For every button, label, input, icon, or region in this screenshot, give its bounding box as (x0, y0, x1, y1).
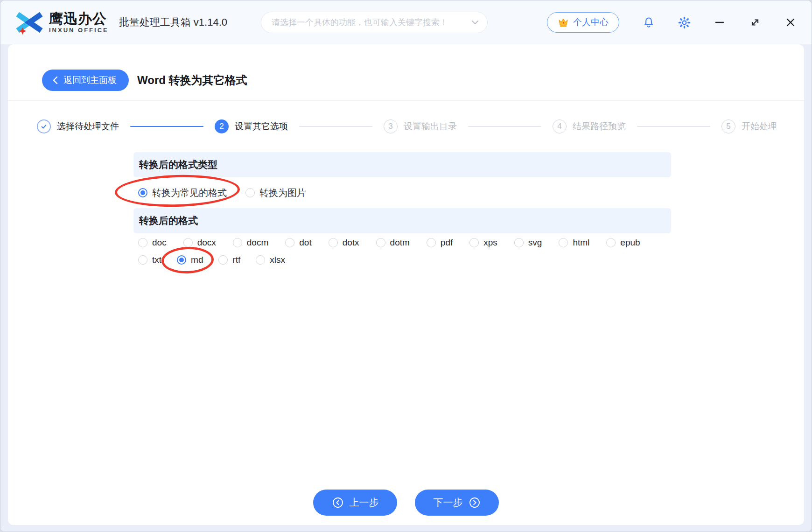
radio-label: rtf (232, 255, 240, 265)
back-to-dashboard-button[interactable]: 返回到主面板 (42, 70, 129, 91)
radio-unselected-icon (218, 255, 228, 265)
content-card: 返回到主面板 Word 转换为其它格式 选择待处理文件 2 设置其它选项 (8, 44, 804, 525)
radio-format-docm[interactable]: docm (233, 238, 268, 248)
radio-label: xps (483, 238, 497, 248)
user-center-label: 个人中心 (573, 16, 609, 28)
chevron-left-icon (52, 76, 58, 84)
radio-format-md[interactable]: md (177, 255, 203, 265)
circle-chevron-right-icon (469, 497, 481, 509)
minimize-icon (715, 18, 724, 27)
radio-format-xps[interactable]: xps (469, 238, 497, 248)
step-number: 3 (384, 119, 398, 133)
search-placeholder: 请选择一个具体的功能，也可输入关键字搜索！ (272, 17, 467, 28)
radio-label: docm (247, 238, 268, 248)
radio-unselected-icon (606, 238, 616, 247)
radio-format-txt[interactable]: txt (138, 255, 161, 265)
maximize-button[interactable] (747, 14, 763, 30)
step-set-options: 2 设置其它选项 (215, 119, 288, 133)
radio-label: txt (152, 255, 161, 265)
step-label: 选择待处理文件 (57, 120, 119, 133)
user-center-button[interactable]: 个人中心 (547, 12, 619, 33)
gear-icon (678, 16, 691, 29)
radio-format-svg[interactable]: svg (514, 238, 542, 248)
step-number: 2 (215, 119, 229, 133)
format-type-options: 转换为常见的格式 转换为图片 (138, 177, 804, 208)
radio-label: md (191, 255, 203, 265)
notifications-button[interactable] (641, 14, 657, 30)
close-icon (786, 18, 795, 27)
function-search-select[interactable]: 请选择一个具体的功能，也可输入关键字搜索！ (261, 12, 488, 33)
brand-name: 鹰迅办公 (49, 11, 109, 26)
close-button[interactable] (783, 14, 798, 30)
radio-common-format[interactable]: 转换为常见的格式 (138, 187, 227, 199)
previous-step-label: 上一步 (350, 496, 379, 509)
step-connector (299, 126, 372, 127)
wizard-steps: 选择待处理文件 2 设置其它选项 3 设置输出目录 4 结果路径预览 (8, 101, 804, 152)
step-done-check-icon (37, 119, 51, 133)
step-select-files: 选择待处理文件 (37, 119, 119, 133)
radio-format-epub[interactable]: epub (606, 238, 640, 248)
step-connector (130, 126, 203, 127)
radio-label: doc (152, 238, 167, 248)
radio-unselected-icon (138, 255, 147, 265)
brand-subtitle: INXUN OFFICE (49, 27, 109, 34)
radio-unselected-icon (285, 238, 294, 247)
radio-unselected-icon (233, 238, 242, 247)
radio-unselected-icon (256, 255, 265, 265)
logo-icon (14, 9, 44, 36)
main-area: 返回到主面板 Word 转换为其它格式 选择待处理文件 2 设置其它选项 (0, 44, 812, 532)
radio-unselected-icon (138, 238, 147, 247)
step-number: 5 (721, 119, 735, 133)
radio-format-dot[interactable]: dot (285, 238, 311, 248)
radio-unselected-icon (376, 238, 385, 247)
radio-format-dotx[interactable]: dotx (329, 238, 359, 248)
format-options-row-2: txt md rtf xlsx (138, 252, 804, 268)
step-label: 开始处理 (742, 120, 777, 133)
app-title: 批量处理工具箱 v1.14.0 (119, 15, 227, 29)
radio-label: 转换为图片 (259, 187, 306, 199)
radio-convert-to-image[interactable]: 转换为图片 (245, 187, 306, 199)
resize-diagonal-icon (750, 17, 760, 28)
settings-button[interactable] (676, 14, 692, 30)
previous-step-button[interactable]: 上一步 (313, 490, 397, 516)
format-options-row-1: doc docx docm dot dotx dotm pdf xps svg … (138, 233, 804, 252)
step-label: 设置输出目录 (404, 120, 457, 133)
next-step-label: 下一步 (434, 496, 463, 509)
back-button-label: 返回到主面板 (63, 74, 117, 86)
radio-format-xlsx[interactable]: xlsx (256, 255, 285, 265)
crown-icon (558, 17, 569, 28)
radio-selected-icon (177, 255, 186, 265)
section-title: 转换后的格式 (139, 214, 198, 227)
radio-label: pdf (441, 238, 453, 248)
radio-format-dotm[interactable]: dotm (376, 238, 410, 248)
next-step-button[interactable]: 下一步 (415, 490, 499, 516)
radio-label: xlsx (270, 255, 285, 265)
radio-unselected-icon (427, 238, 436, 247)
app-window: 鹰迅办公 INXUN OFFICE 批量处理工具箱 v1.14.0 请选择一个具… (0, 0, 812, 532)
radio-label: svg (528, 238, 542, 248)
radio-label: dotx (343, 238, 359, 248)
radio-format-html[interactable]: html (559, 238, 589, 248)
radio-format-doc[interactable]: doc (138, 238, 167, 248)
radio-label: 转换为常见的格式 (152, 187, 227, 199)
top-bar: 鹰迅办公 INXUN OFFICE 批量处理工具箱 v1.14.0 请选择一个具… (0, 0, 812, 44)
chevron-down-icon (471, 20, 479, 25)
step-start-processing: 5 开始处理 (721, 119, 777, 133)
card-header: 返回到主面板 Word 转换为其它格式 (8, 44, 804, 101)
step-label: 设置其它选项 (235, 120, 288, 133)
step-output-directory: 3 设置输出目录 (384, 119, 457, 133)
step-connector (637, 126, 710, 127)
section-title: 转换后的格式类型 (139, 158, 217, 171)
radio-unselected-icon (329, 238, 338, 247)
radio-unselected-icon (559, 238, 568, 247)
wizard-footer: 上一步 下一步 (8, 490, 804, 516)
page-title: Word 转换为其它格式 (137, 73, 247, 88)
radio-format-pdf[interactable]: pdf (427, 238, 453, 248)
radio-format-docx[interactable]: docx (183, 238, 216, 248)
radio-label: dotm (390, 238, 410, 248)
step-connector (468, 126, 541, 127)
radio-format-rtf[interactable]: rtf (218, 255, 240, 265)
radio-label: html (573, 238, 589, 248)
radio-selected-icon (138, 188, 147, 197)
minimize-button[interactable] (712, 14, 728, 30)
